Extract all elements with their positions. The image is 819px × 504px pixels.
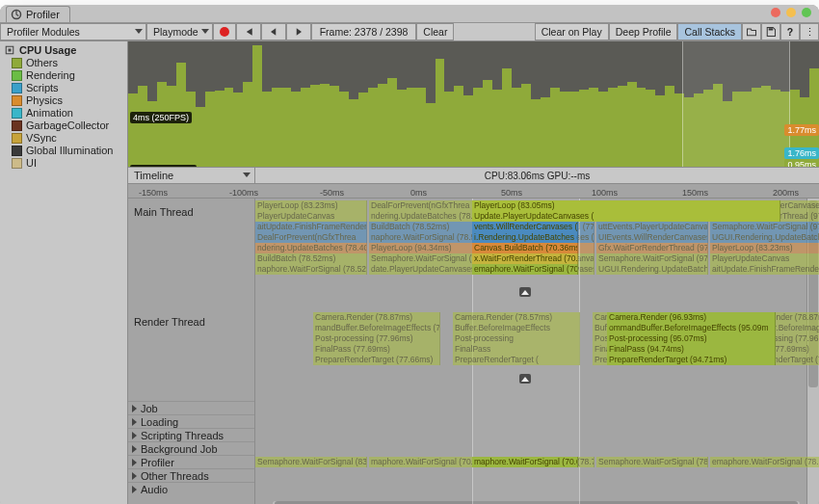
timeline-event[interactable]: FinalPass (77.69ms) — [313, 344, 440, 355]
expand-icon[interactable] — [519, 287, 531, 297]
timeline-event[interactable]: Camera.Render (78.57ms) — [453, 312, 580, 323]
thread-group[interactable]: Scripting Threads — [128, 428, 254, 442]
save-button[interactable] — [761, 23, 780, 40]
timeline-event[interactable]: Semaphore.WaitForSignal (78.79ms) — [596, 457, 708, 467]
cpu-usage-chart[interactable]: 4ms (250FPS)1ms (1000FPS)1.77ms1.76ms0.9… — [128, 41, 819, 167]
timeline-event[interactable]: DealForPrevent(nGfxThrea — [369, 200, 481, 211]
ruler-tick: 200ms — [773, 188, 799, 198]
legend-item[interactable]: Animation — [4, 107, 127, 119]
timeline-event[interactable]: Gfx.WaitForRenderThread (97.73ms) — [596, 243, 708, 253]
context-menu-button[interactable]: ⋮ — [800, 23, 819, 40]
timeline-event[interactable]: ndering.UpdateBatches (78.40 — [369, 211, 481, 222]
timeline-event[interactable]: DealForPrevent(nGfxThrea — [255, 232, 367, 243]
timeline-event[interactable]: Semaphore.WaitForSignal (97.73ms) — [710, 222, 819, 232]
thread-group[interactable]: Job — [128, 401, 254, 415]
timeline-event[interactable]: ndering.UpdateBatches (78.40 — [255, 243, 367, 253]
timeline-event[interactable]: PlayerLoop (94.34ms) — [369, 243, 481, 253]
timeline-event[interactable]: ommandBuffer.BeforeImageEffects (95.09m — [607, 323, 776, 333]
clear-on-play-button[interactable]: Clear on Play — [535, 23, 609, 40]
timeline-event[interactable]: aitUpdate.FinishFrameRendering — [255, 222, 367, 232]
timeline-event[interactable]: Buffer.BeforeImageEffects — [453, 323, 580, 333]
timeline-event[interactable]: Semaphore.WaitForSignal (97.73ms) — [596, 253, 708, 264]
legend-item[interactable]: Scripts — [4, 82, 127, 94]
timeline-event[interactable]: emaphore.WaitForSignal (78.52ms) — [710, 457, 819, 467]
window-tab-profiler[interactable]: Profiler — [6, 6, 70, 22]
module-title-cpu-usage[interactable]: CPU Usage — [0, 41, 127, 57]
open-file-button[interactable] — [742, 23, 761, 40]
window-tab-label: Profiler — [26, 9, 60, 20]
expand-icon[interactable] — [519, 374, 531, 384]
thread-group-label: Job — [141, 403, 158, 414]
minimize-dot[interactable] — [786, 8, 796, 17]
chart-marker: 1.76ms — [784, 147, 819, 159]
timeline-event[interactable]: Post-processing (95.07ms) — [607, 333, 776, 344]
ruler-tick: 50ms — [501, 188, 522, 198]
timeline-event[interactable]: maphore.WaitForSignal (70.01m — [472, 457, 578, 467]
frame-first-button[interactable] — [236, 23, 261, 40]
record-button[interactable] — [213, 23, 236, 40]
timeline-event[interactable]: FinalPass — [453, 344, 580, 355]
legend-item[interactable]: Others — [4, 57, 127, 69]
thread-group[interactable]: Audio — [128, 482, 254, 496]
timeline-event[interactable]: vents.WillRenderCanvases (70.3 — [472, 222, 578, 232]
timeline-event[interactable]: PlayerLoop (83.05ms) — [472, 200, 780, 211]
clear-button[interactable]: Clear — [416, 23, 454, 40]
record-icon — [220, 27, 229, 37]
deep-profile-button[interactable]: Deep Profile — [609, 23, 678, 40]
call-stacks-button[interactable]: Call Stacks — [677, 23, 742, 40]
timeline-event[interactable]: Camera.Render (78.87ms) — [313, 312, 440, 323]
legend-item[interactable]: Global Illumination — [4, 145, 127, 157]
legend-label: VSync — [26, 132, 57, 144]
zoom-dot[interactable] — [802, 8, 811, 17]
thread-group[interactable]: Other Threads — [128, 468, 254, 483]
timeline-event[interactable]: Camera.Render (96.93ms) — [607, 312, 776, 323]
profiler-icon — [11, 9, 22, 20]
timeline-panel[interactable]: Main Thread Render ThreadJobLoadingScrip… — [128, 199, 819, 504]
timeline-event[interactable]: x.WaitForRenderThread (70.35m — [472, 253, 578, 264]
timeline-view-dropdown[interactable]: Timeline — [128, 168, 255, 183]
timeline-event[interactable]: UIEvents.WillRenderCanvases (97.73ms) — [596, 232, 708, 243]
timeline-event[interactable]: PlayerUpdateCanvas — [710, 253, 819, 264]
timeline-event[interactable]: Post-processing — [453, 333, 580, 344]
timeline-event[interactable]: PlayerLoop (83.23ms) — [255, 200, 367, 211]
frame-next-button[interactable] — [286, 23, 311, 40]
timeline-event[interactable]: i.Rendering.UpdateBatches (70.3 — [472, 232, 578, 243]
thread-group[interactable]: Profiler — [128, 455, 254, 469]
legend-item[interactable]: Physics — [4, 94, 127, 107]
timeline-event[interactable]: Update.PlayerUpdateCanvases ( — [472, 211, 780, 222]
timeline-event[interactable]: PlayerLoop (83.23ms) — [710, 243, 819, 253]
timeline-event[interactable]: UGUI.Rendering.UpdateBatches (97 — [710, 232, 819, 243]
timeline-event[interactable]: naphore.WaitForSignal (78.52ms) — [369, 232, 481, 243]
timeline-event[interactable]: Semaphore.WaitForSignal (77.94ms) — [369, 253, 481, 264]
timeline-event[interactable]: PrepareRenderTarget (94.71ms) — [607, 355, 776, 365]
thread-group[interactable]: Background Job — [128, 441, 254, 456]
thread-group[interactable]: Loading — [128, 414, 254, 429]
legend-item[interactable]: VSync — [4, 132, 127, 145]
help-button[interactable]: ? — [780, 23, 800, 40]
timeline-event[interactable]: maphore.WaitForSignal (70.01m — [369, 457, 481, 467]
timeline-event[interactable]: naphore.WaitForSignal (78.52ms) — [255, 264, 367, 275]
frame-prev-button[interactable] — [261, 23, 286, 40]
legend-item[interactable]: GarbageCollector — [4, 119, 127, 132]
close-dot[interactable] — [771, 8, 780, 17]
timeline-event[interactable]: mandBuffer.BeforeImageEffects (77.99ms) — [313, 323, 440, 333]
timeline-event[interactable]: Canvas.BuildBatch (70.36ms) — [472, 243, 578, 253]
legend-item[interactable]: Rendering — [4, 69, 127, 82]
timeline-event[interactable]: BuildBatch (78.52ms) — [255, 253, 367, 264]
timeline-event[interactable]: date.PlayerUpdateCanvases (8 — [369, 264, 481, 275]
timeline-event[interactable]: FinalPass (94.74ms) — [607, 344, 776, 355]
timeline-event[interactable]: Post-processing (77.96ms) — [313, 333, 440, 344]
timeline-ruler[interactable]: -200ms-150ms-100ms-50ms0ms50ms100ms150ms… — [128, 184, 819, 199]
legend-item[interactable]: UI — [4, 157, 127, 170]
timeline-event[interactable]: PrepareRenderTarget ( — [453, 355, 580, 365]
timeline-event[interactable]: BuildBatch (78.52ms) — [369, 222, 481, 232]
timeline-event[interactable]: uttEvents.PlayerUpdateCanvas — [596, 222, 708, 232]
timeline-event[interactable]: Semaphore.WaitForSignal (83.06ms) — [255, 457, 367, 467]
timeline-event[interactable]: UGUI.Rendering.UpdateBatches (97 — [596, 264, 708, 275]
playmode-dropdown[interactable]: Playmode — [146, 23, 213, 40]
timeline-event[interactable]: PlayerUpdateCanvas — [255, 211, 367, 222]
profiler-modules-dropdown[interactable]: Profiler Modules — [0, 23, 146, 40]
timeline-event[interactable]: aitUpdate.FinishFrameRendering — [710, 264, 819, 275]
timeline-event[interactable]: PrepareRenderTarget (77.66ms) — [313, 355, 440, 365]
timeline-event[interactable]: emaphore.WaitForSignal (70.35m — [472, 264, 578, 275]
